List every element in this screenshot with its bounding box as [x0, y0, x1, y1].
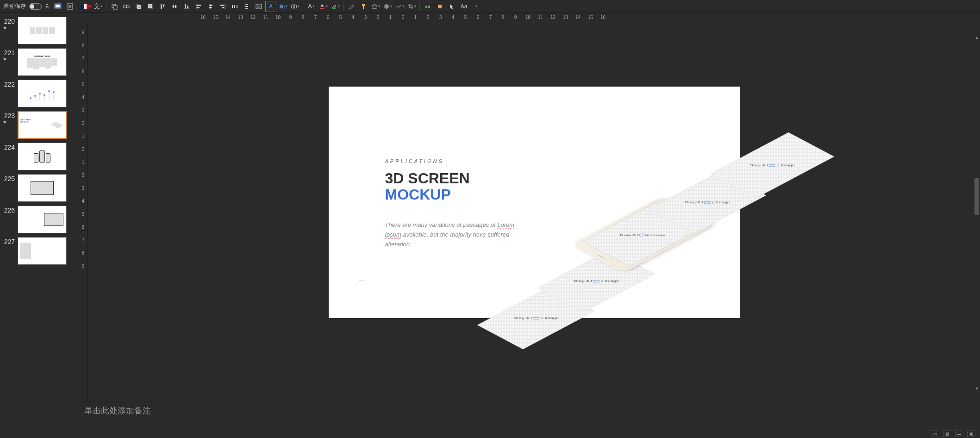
more-dropdown[interactable]	[470, 1, 481, 12]
align-right-icon[interactable]	[217, 1, 228, 12]
vertical-scrollbar[interactable]: ▲ ▼	[974, 35, 980, 392]
editor-area: 1615141312111098765432101234567891011121…	[79, 13, 980, 419]
phone-speaker	[597, 255, 605, 259]
group-icon[interactable]	[121, 1, 132, 12]
align-center-v-icon[interactable]	[205, 1, 216, 12]
presentation-icon[interactable]	[52, 1, 63, 12]
view-normal-icon[interactable]: ▭	[931, 431, 939, 437]
svg-rect-33	[245, 6, 248, 7]
send-back-icon[interactable]	[145, 1, 156, 12]
svg-rect-22	[197, 7, 200, 8]
svg-rect-15	[173, 5, 174, 8]
align-left-icon[interactable]	[193, 1, 204, 12]
svg-rect-6	[126, 5, 129, 8]
language-flag-dropdown[interactable]	[81, 1, 92, 12]
notes-placeholder[interactable]: 单击此处添加备注	[79, 401, 980, 419]
view-sorter-icon[interactable]: ▦	[943, 431, 951, 437]
autosave-toggle[interactable]: 自动保存 关	[2, 2, 51, 10]
outline-color-dropdown[interactable]	[330, 1, 341, 12]
svg-rect-7	[137, 5, 141, 9]
align-top-icon[interactable]	[157, 1, 168, 12]
star-icon: ★	[3, 25, 15, 30]
star-icon[interactable]	[370, 1, 381, 12]
svg-rect-30	[234, 5, 235, 8]
svg-rect-1	[56, 5, 60, 7]
svg-rect-24	[209, 5, 212, 6]
distribute-h-icon[interactable]	[229, 1, 240, 12]
svg-point-36	[257, 5, 259, 6]
format-painter-icon[interactable]	[358, 1, 369, 12]
svg-rect-48	[438, 5, 442, 8]
svg-point-45	[384, 4, 389, 9]
svg-rect-44	[363, 6, 364, 9]
mockup-3d-area[interactable]: Drag & Ip Image Drag & Ip Image Drag & I…	[448, 91, 772, 369]
slide-thumb-220[interactable]: 220★	[0, 15, 79, 46]
slide-thumb-221[interactable]: 221★ CREATIVE TEAMS	[0, 46, 79, 78]
vertical-ruler[interactable]: 9876543210123456789	[79, 22, 88, 401]
svg-rect-43	[362, 4, 365, 6]
svg-rect-25	[209, 7, 212, 8]
font-color-dropdown[interactable]: A	[306, 1, 317, 12]
svg-rect-27	[220, 5, 224, 6]
align-bottom-icon[interactable]	[181, 1, 192, 12]
text-format-icon[interactable]: Aa	[458, 1, 469, 12]
crop-icon[interactable]	[406, 1, 417, 12]
svg-rect-5	[124, 5, 126, 8]
toggle-switch[interactable]	[29, 3, 42, 10]
slide-canvas[interactable]: APPLICATIONS 3D SCREEN MOCKUP There are …	[329, 87, 740, 318]
close-x-icon[interactable]	[64, 1, 75, 12]
svg-rect-34	[245, 8, 248, 9]
anchor-green-icon[interactable]	[422, 1, 433, 12]
slide-thumb-224[interactable]: 224	[0, 141, 79, 172]
slide-thumb-222[interactable]: 222	[0, 78, 79, 109]
horizontal-ruler[interactable]: 1615141312111098765432101234567891011121…	[79, 13, 980, 22]
fill-color-dropdown[interactable]	[318, 1, 329, 12]
svg-rect-13	[163, 5, 164, 7]
chart-icon[interactable]	[394, 1, 405, 12]
slide-thumb-223[interactable]: 223★ 3D SCREENMOCKUP	[0, 109, 79, 141]
top-toolbar: 自动保存 关 文 A A Aa	[0, 0, 980, 13]
svg-rect-16	[175, 5, 176, 8]
canvas-viewport[interactable]: APPLICATIONS 3D SCREEN MOCKUP There are …	[88, 22, 980, 401]
view-slideshow-icon[interactable]: ▣	[967, 431, 975, 437]
svg-rect-47	[428, 6, 430, 8]
slide-thumb-227[interactable]: 227	[0, 235, 79, 267]
svg-rect-12	[161, 5, 162, 9]
svg-rect-28	[222, 7, 224, 8]
slide-thumb-225[interactable]: 225	[0, 172, 79, 204]
scroll-thumb[interactable]	[974, 178, 979, 215]
distribute-v-icon[interactable]	[241, 1, 252, 12]
scroll-down-arrow[interactable]: ▼	[974, 386, 980, 392]
bring-front-icon[interactable]	[133, 1, 144, 12]
svg-rect-21	[197, 5, 201, 6]
star-icon: ★	[3, 56, 15, 62]
svg-rect-42	[332, 8, 336, 9]
view-reading-icon[interactable]: ▬	[955, 431, 963, 437]
svg-rect-32	[245, 4, 248, 5]
anchor-orange-icon[interactable]	[434, 1, 445, 12]
svg-rect-31	[237, 5, 237, 8]
svg-rect-41	[320, 8, 324, 9]
svg-rect-9	[148, 4, 152, 8]
svg-rect-4	[113, 6, 117, 9]
align-middle-h-icon[interactable]	[169, 1, 180, 12]
slide-thumbnail-panel[interactable]: 220★ 221★ CREATIVE TEAMS 222 223★ 3D SCR…	[0, 13, 79, 419]
merge-shapes-dropdown[interactable]	[289, 1, 300, 12]
scroll-up-arrow[interactable]: ▲	[974, 35, 980, 41]
text-lang-dropdown[interactable]: 文	[93, 1, 104, 12]
copy-icon[interactable]	[109, 1, 120, 12]
flag-icon	[81, 4, 89, 9]
svg-rect-18	[185, 4, 186, 8]
textbox-icon[interactable]: A	[265, 1, 276, 12]
svg-rect-19	[187, 6, 188, 8]
autosave-state: 关	[44, 3, 50, 10]
eyedropper-icon[interactable]	[346, 1, 357, 12]
image-icon[interactable]	[253, 1, 264, 12]
slide-thumb-226[interactable]: 226	[0, 204, 79, 235]
autosave-label: 自动保存	[4, 2, 26, 10]
shape-dropdown[interactable]	[277, 1, 288, 12]
cursor-icon[interactable]	[446, 1, 457, 12]
effects-icon[interactable]	[382, 1, 393, 12]
star-icon: ★	[3, 119, 15, 125]
status-bar: ▭ ▦ ▬ ▣	[0, 429, 980, 438]
